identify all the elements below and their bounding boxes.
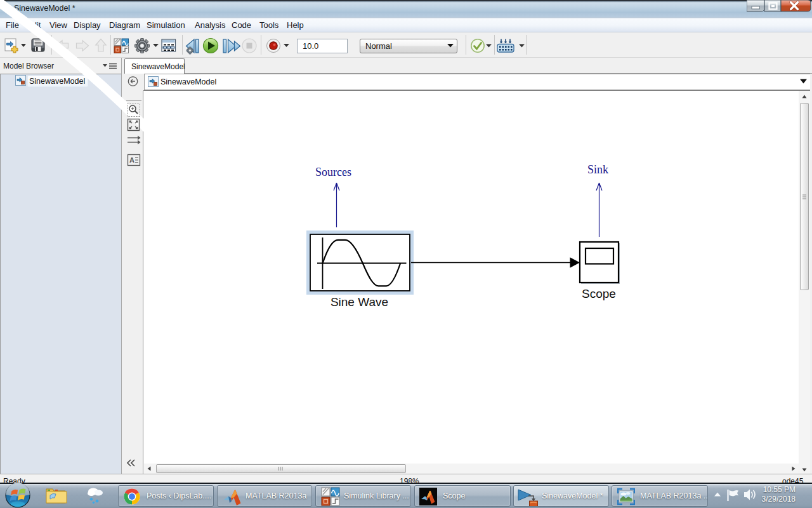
svg-text:A: A [129,156,134,164]
svg-text:Sine Wave: Sine Wave [331,295,388,309]
svg-text:Scope: Scope [582,287,616,300]
svg-text:Sink: Sink [587,163,608,176]
svg-text:Sources: Sources [315,166,351,178]
